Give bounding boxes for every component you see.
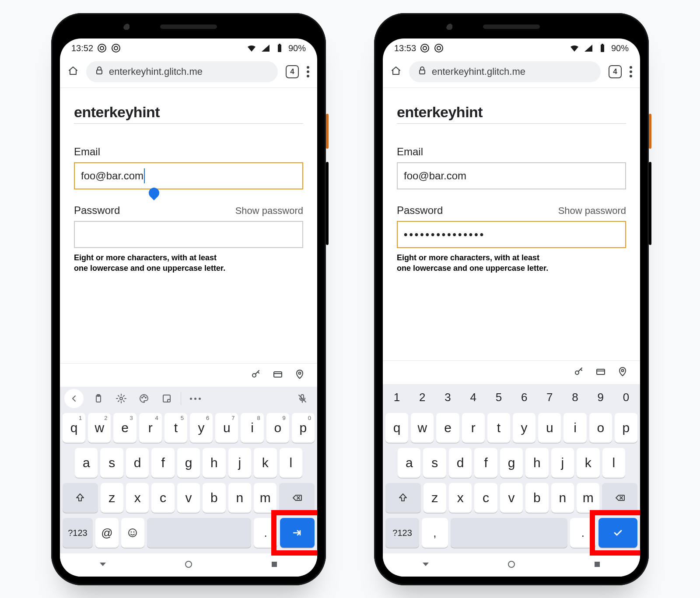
period-key[interactable]: . (254, 518, 277, 548)
nav-back-icon[interactable] (98, 559, 108, 571)
key-h[interactable]: h (525, 448, 548, 478)
key-d[interactable]: d (449, 448, 472, 478)
key-6[interactable]: 6 (513, 387, 536, 408)
key-i[interactable]: i8 (241, 413, 263, 443)
key-a[interactable]: a (398, 448, 420, 478)
location-icon[interactable] (294, 369, 305, 381)
key-2[interactable]: 2 (411, 387, 434, 408)
key-n[interactable]: n (228, 483, 251, 513)
power-button[interactable] (326, 114, 329, 149)
backspace-key[interactable] (602, 483, 637, 513)
enter-key-next[interactable] (280, 518, 315, 548)
key-x[interactable]: x (449, 483, 472, 513)
location-icon[interactable] (617, 367, 628, 379)
home-icon[interactable] (391, 66, 401, 78)
key-a[interactable]: a (75, 448, 98, 478)
key-b[interactable]: b (525, 483, 548, 513)
shift-key[interactable] (63, 483, 98, 513)
key-f[interactable]: f (474, 448, 497, 478)
shift-key[interactable] (385, 483, 421, 513)
palette-icon[interactable] (133, 389, 154, 408)
key-5[interactable]: 5 (487, 387, 510, 408)
key-m[interactable]: m (254, 483, 276, 513)
key-z[interactable]: z (101, 483, 123, 513)
key-l[interactable]: l (280, 448, 302, 478)
overflow-menu-icon[interactable] (630, 66, 632, 77)
volume-rocker[interactable] (326, 162, 329, 245)
key-h[interactable]: h (203, 448, 225, 478)
email-field[interactable]: foo@bar.com (397, 162, 626, 189)
nav-home-icon[interactable] (506, 559, 517, 571)
home-icon[interactable] (68, 66, 78, 78)
show-password-toggle[interactable]: Show password (558, 205, 626, 217)
key-c[interactable]: c (151, 483, 174, 513)
password-field[interactable] (74, 221, 303, 248)
key-i[interactable]: i (564, 413, 586, 443)
key-y[interactable]: y (513, 413, 536, 443)
period-key[interactable]: . (570, 518, 596, 548)
key-o[interactable]: o (589, 413, 612, 443)
key-g[interactable]: g (500, 448, 523, 478)
nav-recent-icon[interactable] (269, 559, 280, 571)
at-key[interactable]: @ (95, 518, 119, 548)
backspace-key[interactable] (279, 483, 315, 513)
nav-home-icon[interactable] (183, 559, 194, 571)
key-u[interactable]: u (538, 413, 561, 443)
key-r[interactable]: r4 (139, 413, 162, 443)
key-j[interactable]: j (228, 448, 251, 478)
key-p[interactable]: p (615, 413, 637, 443)
show-password-toggle[interactable]: Show password (235, 205, 303, 217)
key-s[interactable]: s (423, 448, 446, 478)
key-7[interactable]: 7 (538, 387, 561, 408)
key-n[interactable]: n (551, 483, 574, 513)
mic-off-icon[interactable] (292, 389, 313, 408)
key-icon[interactable] (251, 369, 261, 381)
key-k[interactable]: k (577, 448, 599, 478)
key-k[interactable]: k (254, 448, 276, 478)
comma-key[interactable]: , (422, 518, 448, 548)
key-3[interactable]: 3 (436, 387, 459, 408)
space-key[interactable] (147, 518, 252, 548)
key-s[interactable]: s (100, 448, 123, 478)
mode-key[interactable]: ?123 (63, 518, 93, 548)
key-8[interactable]: 8 (564, 387, 586, 408)
nav-recent-icon[interactable] (592, 559, 602, 571)
key-f[interactable]: f (151, 448, 174, 478)
back-button[interactable] (64, 389, 84, 408)
key-b[interactable]: b (203, 483, 225, 513)
emoji-key[interactable] (121, 518, 144, 548)
key-u[interactable]: u7 (215, 413, 238, 443)
power-button[interactable] (649, 114, 651, 149)
key-e[interactable]: e3 (113, 413, 136, 443)
password-field[interactable]: ••••••••••••••• (397, 221, 626, 248)
key-v[interactable]: v (500, 483, 523, 513)
key-4[interactable]: 4 (462, 387, 485, 408)
key-z[interactable]: z (424, 483, 446, 513)
card-icon[interactable] (595, 367, 606, 379)
address-bar[interactable]: enterkeyhint.glitch.me (86, 61, 278, 82)
key-e[interactable]: e (436, 413, 459, 443)
selection-handle-icon[interactable] (147, 185, 161, 200)
key-w[interactable]: w (411, 413, 434, 443)
tab-switcher[interactable]: 4 (286, 65, 299, 78)
key-c[interactable]: c (474, 483, 497, 513)
mode-key[interactable]: ?123 (385, 518, 419, 548)
key-t[interactable]: t (487, 413, 510, 443)
address-bar[interactable]: enterkeyhint.glitch.me (409, 61, 601, 82)
key-p[interactable]: p0 (292, 413, 315, 443)
space-key[interactable] (451, 518, 567, 548)
key-q[interactable]: q (385, 413, 408, 443)
key-icon[interactable] (574, 367, 584, 379)
key-t[interactable]: t5 (164, 413, 187, 443)
card-icon[interactable] (273, 369, 283, 381)
volume-rocker[interactable] (649, 162, 651, 245)
clipboard-icon[interactable] (88, 389, 109, 408)
enter-key-done[interactable] (598, 518, 637, 548)
key-j[interactable]: j (551, 448, 574, 478)
key-q[interactable]: q1 (63, 413, 85, 443)
more-icon[interactable] (185, 389, 206, 408)
overflow-menu-icon[interactable] (307, 66, 309, 77)
sticker-icon[interactable] (156, 389, 177, 408)
email-field[interactable]: foo@bar.com (74, 162, 303, 189)
key-m[interactable]: m (577, 483, 599, 513)
